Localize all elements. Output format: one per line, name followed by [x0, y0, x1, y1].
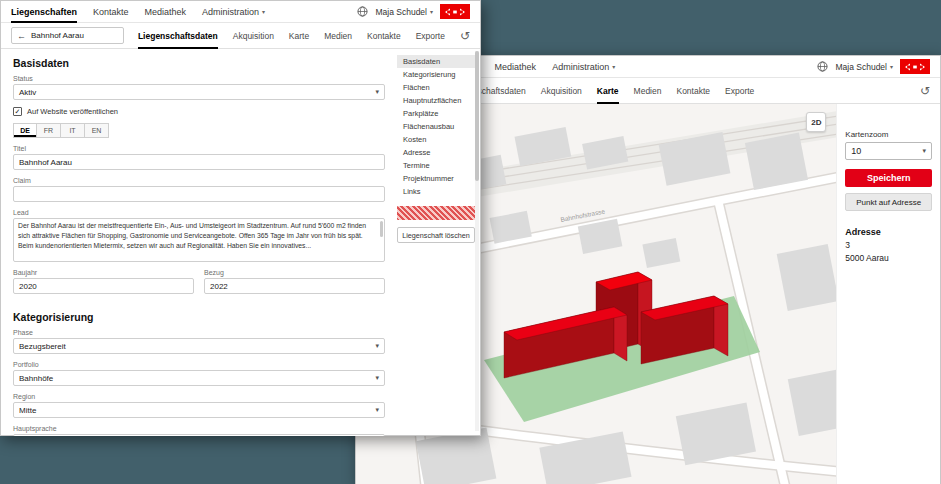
- section-title-basisdaten: Basisdaten: [13, 57, 385, 69]
- hauptsprache-select[interactable]: Deutsch ▾: [13, 434, 385, 436]
- baujahr-field: Baujahr 2020: [13, 269, 194, 294]
- tab-karte[interactable]: Karte: [597, 78, 619, 104]
- hauptsprache-label: Hauptsprache: [13, 425, 385, 432]
- titel-input[interactable]: Bahnhof Aarau: [13, 154, 385, 170]
- sbb-logo: [900, 59, 930, 74]
- map-side-panel: Kartenzoom 10 ▾ Speichern Punkt auf Adre…: [836, 104, 940, 484]
- anchor-basisdaten[interactable]: Basisdaten: [397, 55, 475, 68]
- titel-value: Bahnhof Aarau: [19, 158, 72, 167]
- tab-liegenschaftsdaten[interactable]: Liegenschaftsdaten: [138, 23, 218, 49]
- tab-akquisition[interactable]: Akquisition: [541, 78, 582, 104]
- phase-select[interactable]: Bezugsbereit ▾: [13, 338, 385, 354]
- adresse-line-1: 3: [845, 240, 932, 250]
- claim-input[interactable]: [13, 186, 385, 202]
- bezug-field: Bezug 2022: [204, 269, 385, 294]
- bezug-input[interactable]: 2022: [204, 278, 385, 294]
- chevron-down-icon: ▾: [375, 374, 379, 382]
- anchor-parkplaetze[interactable]: Parkplätze: [397, 107, 475, 120]
- back-arrow-icon: ←: [17, 31, 26, 41]
- nav-item-liegenschaften[interactable]: Liegenschaften: [11, 1, 77, 23]
- lang-tab-en[interactable]: EN: [85, 123, 109, 138]
- chevron-down-icon: ▾: [262, 8, 265, 15]
- tab-kontakte[interactable]: Kontakte: [676, 78, 710, 104]
- nav-item-kontakte[interactable]: Kontakte: [93, 1, 129, 23]
- status-select[interactable]: Aktiv ▾: [13, 84, 385, 100]
- scrollbar-thumb[interactable]: [475, 51, 479, 181]
- map-2d-toggle-button[interactable]: 2D: [806, 112, 826, 132]
- nav-item-administration[interactable]: Administration▾: [202, 1, 265, 23]
- status-value: Aktiv: [19, 88, 36, 97]
- history-reset-icon[interactable]: ↺: [460, 30, 470, 42]
- region-select[interactable]: Mitte ▾: [13, 402, 385, 418]
- sbb-logo: [440, 4, 470, 19]
- anchor-flaechen[interactable]: Flächen: [397, 81, 475, 94]
- portfolio-value: Bahnhöfe: [19, 374, 53, 383]
- user-menu[interactable]: Maja Schudel▾: [835, 62, 893, 72]
- anchor-kategorisierung[interactable]: Kategorisierung: [397, 68, 475, 81]
- nav-item-mediathek[interactable]: Mediathek: [495, 56, 537, 78]
- bezug-value: 2022: [210, 282, 228, 291]
- user-menu[interactable]: Maja Schudel▾: [375, 7, 433, 17]
- portfolio-field: Portfolio Bahnhöfe ▾: [13, 361, 385, 386]
- lang-tab-de[interactable]: DE: [13, 123, 37, 138]
- anchor-links[interactable]: Links: [397, 185, 475, 198]
- bezug-label: Bezug: [204, 269, 385, 276]
- baujahr-label: Baujahr: [13, 269, 194, 276]
- lang-tab-it[interactable]: IT: [61, 123, 85, 138]
- titel-label: Titel: [13, 145, 385, 152]
- kartenzoom-label: Kartenzoom: [845, 130, 932, 139]
- tab-exporte[interactable]: Exporte: [416, 23, 445, 49]
- tab-akquisition[interactable]: Akquisition: [233, 23, 274, 49]
- chevron-down-icon: ▾: [375, 342, 379, 350]
- nav-item-label: Administration: [202, 7, 259, 17]
- publish-checkbox-row: ✓ Auf Website veröffentlichen: [13, 107, 385, 116]
- claim-label: Claim: [13, 177, 385, 184]
- anchor-adresse[interactable]: Adresse: [397, 146, 475, 159]
- delete-property-button[interactable]: Liegenschaft löschen: [397, 227, 475, 243]
- lead-label: Lead: [13, 209, 385, 216]
- anchor-hauptnutzflaechen[interactable]: Hauptnutzflächen: [397, 94, 475, 107]
- speichern-button[interactable]: Speichern: [845, 169, 932, 187]
- nav-item-mediathek[interactable]: Mediathek: [145, 1, 187, 23]
- lang-tab-fr[interactable]: FR: [37, 123, 61, 138]
- kartenzoom-select[interactable]: 10 ▾: [845, 142, 932, 160]
- anchor-projektnummer[interactable]: Projektnummer: [397, 172, 475, 185]
- nav-item-administration[interactable]: Administration▾: [552, 56, 615, 78]
- history-reset-icon[interactable]: ↺: [920, 85, 930, 97]
- tab-kontakte[interactable]: Kontakte: [367, 23, 401, 49]
- hauptsprache-field: Hauptsprache Deutsch ▾: [13, 425, 385, 436]
- section-anchor-nav: Basisdaten Kategorisierung Flächen Haupt…: [397, 55, 475, 243]
- anchor-termine[interactable]: Termine: [397, 159, 475, 172]
- tab-medien[interactable]: Medien: [634, 78, 662, 104]
- lead-value: Der Bahnhof Aarau ist der meistfrequenti…: [18, 222, 366, 249]
- anchor-flaechenausbau[interactable]: Flächenausbau: [397, 120, 475, 133]
- portfolio-label: Portfolio: [13, 361, 385, 368]
- top-navbar: Liegenschaften Kontakte Mediathek Admini…: [1, 1, 480, 23]
- region-label: Region: [13, 393, 385, 400]
- anchor-kosten[interactable]: Kosten: [397, 133, 475, 146]
- publish-checkbox[interactable]: ✓: [13, 107, 22, 116]
- baujahr-input[interactable]: 2020: [13, 278, 194, 294]
- user-name: Maja Schudel: [375, 7, 427, 17]
- status-label: Status: [13, 75, 385, 82]
- tab-exporte[interactable]: Exporte: [725, 78, 754, 104]
- globe-icon: [817, 61, 828, 72]
- tab-karte[interactable]: Karte: [289, 23, 309, 49]
- desktop: Liegenschaften Kontakte Mediathek Admini…: [0, 0, 941, 484]
- tab-medien[interactable]: Medien: [324, 23, 352, 49]
- scrollbar[interactable]: [475, 51, 479, 431]
- property-search-input[interactable]: ← Bahnhof Aarau: [11, 27, 124, 44]
- punkt-auf-adresse-button[interactable]: Punkt auf Adresse: [845, 193, 932, 211]
- tab-bar: ← Bahnhof Aarau Liegenschaftsdaten Akqui…: [1, 23, 480, 49]
- chevron-down-icon: ▾: [375, 88, 379, 96]
- chevron-down-icon: ▾: [890, 63, 893, 70]
- portfolio-select[interactable]: Bahnhöfe ▾: [13, 370, 385, 386]
- status-field: Status Aktiv ▾: [13, 75, 385, 100]
- textarea-scrollbar[interactable]: [380, 221, 383, 237]
- titel-field: Titel Bahnhof Aarau: [13, 145, 385, 170]
- lead-textarea[interactable]: Der Bahnhof Aarau ist der meistfrequenti…: [13, 218, 385, 262]
- window-property-form: Liegenschaften Kontakte Mediathek Admini…: [0, 0, 481, 436]
- claim-field: Claim: [13, 177, 385, 202]
- chevron-down-icon: ▾: [612, 63, 615, 70]
- phase-label: Phase: [13, 329, 385, 336]
